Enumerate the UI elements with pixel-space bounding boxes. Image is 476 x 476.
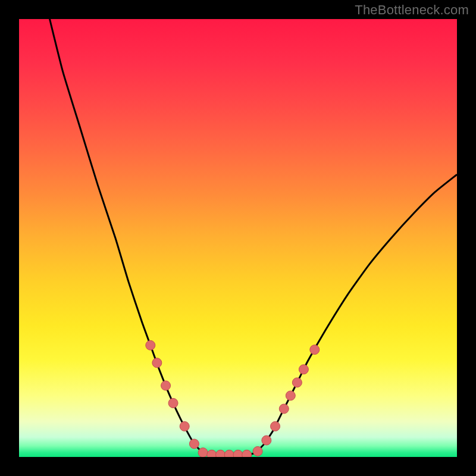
data-marker bbox=[224, 450, 234, 457]
data-marker bbox=[233, 450, 243, 457]
chart-frame: TheBottleneck.com bbox=[0, 0, 476, 476]
data-marker bbox=[146, 340, 155, 350]
data-marker bbox=[152, 358, 162, 368]
data-marker bbox=[216, 450, 226, 457]
data-marker bbox=[242, 450, 252, 457]
data-marker bbox=[310, 345, 320, 355]
data-marker bbox=[189, 439, 199, 449]
data-marker bbox=[168, 398, 178, 408]
data-marker bbox=[271, 421, 280, 431]
curve-layer bbox=[19, 19, 457, 457]
data-marker bbox=[161, 381, 171, 390]
data-marker bbox=[286, 391, 295, 400]
data-marker bbox=[253, 446, 262, 456]
marker-group bbox=[146, 340, 320, 457]
data-marker bbox=[198, 448, 208, 457]
data-marker bbox=[279, 404, 289, 414]
watermark-label: TheBottleneck.com bbox=[355, 4, 469, 17]
plot-area bbox=[19, 19, 457, 457]
data-marker bbox=[299, 365, 308, 374]
data-marker bbox=[207, 450, 217, 457]
data-marker bbox=[262, 436, 271, 445]
data-marker bbox=[292, 378, 302, 387]
bottleneck-curve bbox=[50, 19, 457, 455]
data-marker bbox=[180, 421, 189, 431]
